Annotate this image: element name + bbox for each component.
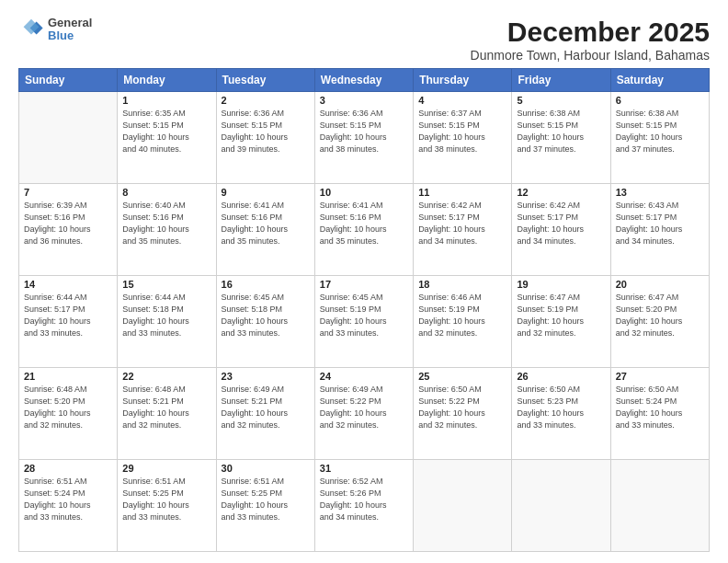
day-detail: Sunrise: 6:50 AM Sunset: 5:24 PM Dayligh… <box>616 384 704 431</box>
day-number: 29 <box>122 463 210 474</box>
calendar-cell: 4Sunrise: 6:37 AM Sunset: 5:15 PM Daylig… <box>414 92 512 184</box>
calendar-cell: 30Sunrise: 6:51 AM Sunset: 5:25 PM Dayli… <box>216 460 314 552</box>
day-detail: Sunrise: 6:49 AM Sunset: 5:21 PM Dayligh… <box>222 384 310 431</box>
day-detail: Sunrise: 6:51 AM Sunset: 5:25 PM Dayligh… <box>222 476 310 523</box>
day-number: 25 <box>418 371 506 382</box>
day-detail: Sunrise: 6:42 AM Sunset: 5:17 PM Dayligh… <box>517 200 605 247</box>
header: General Blue December 2025 Dunmore Town,… <box>18 17 710 63</box>
day-number: 1 <box>122 95 210 106</box>
calendar-cell: 19Sunrise: 6:47 AM Sunset: 5:19 PM Dayli… <box>512 276 610 368</box>
day-detail: Sunrise: 6:51 AM Sunset: 5:24 PM Dayligh… <box>24 476 112 523</box>
day-detail: Sunrise: 6:39 AM Sunset: 5:16 PM Dayligh… <box>24 200 112 247</box>
calendar-cell: 25Sunrise: 6:50 AM Sunset: 5:22 PM Dayli… <box>414 368 512 460</box>
calendar-cell: 10Sunrise: 6:41 AM Sunset: 5:16 PM Dayli… <box>314 184 413 276</box>
day-number: 3 <box>320 95 408 106</box>
day-number: 30 <box>222 463 310 474</box>
day-number: 12 <box>517 187 605 198</box>
day-number: 9 <box>222 187 310 198</box>
day-detail: Sunrise: 6:47 AM Sunset: 5:19 PM Dayligh… <box>517 292 605 339</box>
calendar-cell: 17Sunrise: 6:45 AM Sunset: 5:19 PM Dayli… <box>314 276 413 368</box>
calendar-cell: 21Sunrise: 6:48 AM Sunset: 5:20 PM Dayli… <box>19 368 118 460</box>
day-number: 16 <box>222 279 310 290</box>
day-detail: Sunrise: 6:43 AM Sunset: 5:17 PM Dayligh… <box>616 200 704 247</box>
calendar-header-row: SundayMondayTuesdayWednesdayThursdayFrid… <box>19 69 710 92</box>
day-detail: Sunrise: 6:36 AM Sunset: 5:15 PM Dayligh… <box>320 108 408 155</box>
subtitle: Dunmore Town, Harbour Island, Bahamas <box>471 48 710 63</box>
calendar-cell: 22Sunrise: 6:48 AM Sunset: 5:21 PM Dayli… <box>118 368 216 460</box>
calendar-cell <box>610 460 709 552</box>
calendar-day-header: Monday <box>118 69 216 92</box>
day-detail: Sunrise: 6:44 AM Sunset: 5:17 PM Dayligh… <box>24 292 112 339</box>
logo-text: General Blue <box>48 17 92 43</box>
logo: General Blue <box>18 17 92 43</box>
calendar-cell: 7Sunrise: 6:39 AM Sunset: 5:16 PM Daylig… <box>19 184 118 276</box>
day-detail: Sunrise: 6:42 AM Sunset: 5:17 PM Dayligh… <box>418 200 506 247</box>
day-detail: Sunrise: 6:51 AM Sunset: 5:25 PM Dayligh… <box>122 476 210 523</box>
day-detail: Sunrise: 6:38 AM Sunset: 5:15 PM Dayligh… <box>616 108 704 155</box>
main-title: December 2025 <box>471 17 710 48</box>
day-detail: Sunrise: 6:46 AM Sunset: 5:19 PM Dayligh… <box>418 292 506 339</box>
calendar-day-header: Saturday <box>610 69 709 92</box>
day-detail: Sunrise: 6:45 AM Sunset: 5:19 PM Dayligh… <box>320 292 408 339</box>
day-number: 10 <box>320 187 408 198</box>
day-detail: Sunrise: 6:45 AM Sunset: 5:18 PM Dayligh… <box>222 292 310 339</box>
day-number: 17 <box>320 279 408 290</box>
calendar-cell <box>512 460 610 552</box>
calendar-cell: 13Sunrise: 6:43 AM Sunset: 5:17 PM Dayli… <box>610 184 709 276</box>
logo-icon <box>18 17 44 42</box>
calendar-cell <box>19 92 118 184</box>
day-detail: Sunrise: 6:38 AM Sunset: 5:15 PM Dayligh… <box>517 108 605 155</box>
calendar-week-row: 14Sunrise: 6:44 AM Sunset: 5:17 PM Dayli… <box>19 276 710 368</box>
calendar-cell: 28Sunrise: 6:51 AM Sunset: 5:24 PM Dayli… <box>19 460 118 552</box>
day-number: 28 <box>24 463 112 474</box>
logo-line2: Blue <box>48 29 92 42</box>
day-number: 5 <box>517 95 605 106</box>
day-detail: Sunrise: 6:36 AM Sunset: 5:15 PM Dayligh… <box>222 108 310 155</box>
day-detail: Sunrise: 6:49 AM Sunset: 5:22 PM Dayligh… <box>320 384 408 431</box>
title-block: December 2025 Dunmore Town, Harbour Isla… <box>471 17 710 63</box>
calendar-cell: 9Sunrise: 6:41 AM Sunset: 5:16 PM Daylig… <box>216 184 314 276</box>
day-number: 6 <box>616 95 704 106</box>
day-detail: Sunrise: 6:40 AM Sunset: 5:16 PM Dayligh… <box>122 200 210 247</box>
calendar-cell: 12Sunrise: 6:42 AM Sunset: 5:17 PM Dayli… <box>512 184 610 276</box>
calendar-cell: 15Sunrise: 6:44 AM Sunset: 5:18 PM Dayli… <box>118 276 216 368</box>
day-number: 26 <box>517 371 605 382</box>
day-number: 2 <box>222 95 310 106</box>
calendar-cell <box>414 460 512 552</box>
page: General Blue December 2025 Dunmore Town,… <box>0 0 728 563</box>
calendar-day-header: Wednesday <box>314 69 413 92</box>
calendar-week-row: 7Sunrise: 6:39 AM Sunset: 5:16 PM Daylig… <box>19 184 710 276</box>
calendar-cell: 23Sunrise: 6:49 AM Sunset: 5:21 PM Dayli… <box>216 368 314 460</box>
day-number: 13 <box>616 187 704 198</box>
day-detail: Sunrise: 6:50 AM Sunset: 5:23 PM Dayligh… <box>517 384 605 431</box>
calendar-day-header: Sunday <box>19 69 118 92</box>
calendar-cell: 31Sunrise: 6:52 AM Sunset: 5:26 PM Dayli… <box>314 460 413 552</box>
day-detail: Sunrise: 6:41 AM Sunset: 5:16 PM Dayligh… <box>222 200 310 247</box>
day-number: 11 <box>418 187 506 198</box>
day-number: 23 <box>222 371 310 382</box>
calendar-cell: 1Sunrise: 6:35 AM Sunset: 5:15 PM Daylig… <box>118 92 216 184</box>
day-number: 19 <box>517 279 605 290</box>
day-number: 18 <box>418 279 506 290</box>
day-detail: Sunrise: 6:35 AM Sunset: 5:15 PM Dayligh… <box>122 108 210 155</box>
calendar-day-header: Thursday <box>414 69 512 92</box>
calendar-cell: 27Sunrise: 6:50 AM Sunset: 5:24 PM Dayli… <box>610 368 709 460</box>
day-number: 4 <box>418 95 506 106</box>
calendar-week-row: 21Sunrise: 6:48 AM Sunset: 5:20 PM Dayli… <box>19 368 710 460</box>
calendar-cell: 8Sunrise: 6:40 AM Sunset: 5:16 PM Daylig… <box>118 184 216 276</box>
calendar-week-row: 28Sunrise: 6:51 AM Sunset: 5:24 PM Dayli… <box>19 460 710 552</box>
day-detail: Sunrise: 6:47 AM Sunset: 5:20 PM Dayligh… <box>616 292 704 339</box>
calendar-cell: 18Sunrise: 6:46 AM Sunset: 5:19 PM Dayli… <box>414 276 512 368</box>
day-number: 15 <box>122 279 210 290</box>
day-number: 20 <box>616 279 704 290</box>
calendar-table: SundayMondayTuesdayWednesdayThursdayFrid… <box>18 68 710 552</box>
calendar-cell: 3Sunrise: 6:36 AM Sunset: 5:15 PM Daylig… <box>314 92 413 184</box>
day-detail: Sunrise: 6:41 AM Sunset: 5:16 PM Dayligh… <box>320 200 408 247</box>
calendar-cell: 16Sunrise: 6:45 AM Sunset: 5:18 PM Dayli… <box>216 276 314 368</box>
calendar-cell: 2Sunrise: 6:36 AM Sunset: 5:15 PM Daylig… <box>216 92 314 184</box>
day-number: 27 <box>616 371 704 382</box>
day-number: 31 <box>320 463 408 474</box>
day-detail: Sunrise: 6:48 AM Sunset: 5:21 PM Dayligh… <box>122 384 210 431</box>
calendar-day-header: Friday <box>512 69 610 92</box>
calendar-day-header: Tuesday <box>216 69 314 92</box>
